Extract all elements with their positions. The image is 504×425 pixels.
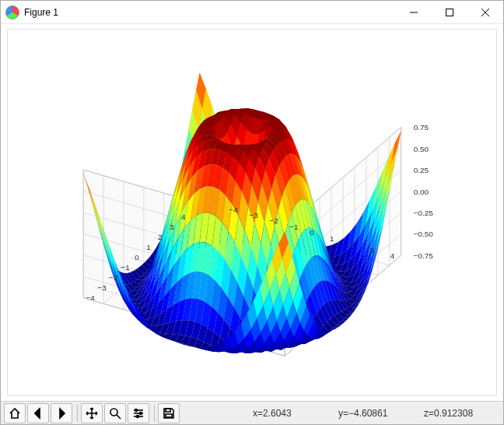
svg-text:4: 4	[181, 212, 186, 221]
svg-text:−2: −2	[109, 273, 118, 282]
svg-point-1106	[110, 409, 117, 416]
readout-x: x=2.6043	[253, 408, 323, 419]
svg-point-1113	[137, 415, 139, 417]
svg-text:3: 3	[370, 246, 375, 255]
titlebar[interactable]: Figure 1	[1, 1, 503, 24]
toolbar-separator	[154, 405, 155, 422]
svg-point-1111	[135, 409, 138, 411]
svg-point-1112	[140, 412, 142, 414]
plot-canvas[interactable]: −4−3−2−101234−4−3−2−101234−0.75−0.50−0.2…	[7, 29, 497, 396]
svg-line-1107	[117, 415, 121, 419]
svg-text:0.50: 0.50	[414, 145, 429, 153]
svg-text:3: 3	[170, 223, 174, 231]
zoom-button[interactable]	[104, 403, 126, 423]
svg-text:−2: −2	[269, 217, 278, 226]
svg-text:−3: −3	[249, 211, 258, 220]
window-title: Figure 1	[24, 7, 396, 18]
minimize-button[interactable]	[396, 1, 432, 24]
svg-text:−0.50: −0.50	[414, 230, 434, 238]
svg-text:2: 2	[158, 233, 163, 241]
home-button[interactable]	[4, 403, 26, 423]
svg-text:0: 0	[135, 253, 139, 262]
svg-text:−4: −4	[86, 293, 95, 302]
readout-z: z=0.912308	[424, 408, 494, 419]
pan-button[interactable]	[81, 403, 103, 423]
save-button[interactable]	[158, 403, 180, 423]
matplotlib-icon	[5, 5, 19, 19]
cursor-readout: x=2.6043 y=−4.60861 z=0.912308	[253, 408, 500, 419]
close-button[interactable]	[467, 1, 503, 24]
svg-text:0.00: 0.00	[414, 188, 429, 196]
svg-text:0: 0	[310, 228, 314, 237]
forward-button[interactable]	[51, 403, 72, 423]
toolbar-separator	[77, 405, 78, 422]
svg-rect-1115	[166, 414, 172, 417]
maximize-button[interactable]	[432, 1, 467, 24]
svg-text:−4: −4	[229, 205, 239, 214]
figure-window: Figure 1 −4−3−2−101234−4−3−2−101234−0.75…	[0, 0, 504, 425]
svg-text:0.25: 0.25	[414, 166, 429, 174]
configure-subplots-button[interactable]	[128, 403, 149, 423]
svg-text:2: 2	[350, 240, 355, 248]
svg-rect-1114	[166, 409, 170, 412]
readout-y: y=−4.60861	[338, 408, 408, 419]
svg-text:4: 4	[390, 251, 395, 260]
svg-text:−1: −1	[289, 223, 299, 231]
svg-text:−1: −1	[121, 263, 130, 272]
svg-text:−0.25: −0.25	[414, 209, 434, 217]
back-button[interactable]	[27, 403, 49, 423]
svg-text:1: 1	[330, 234, 334, 243]
svg-text:1: 1	[146, 243, 151, 251]
svg-rect-1	[446, 9, 453, 16]
nav-toolbar: x=2.6043 y=−4.60861 z=0.912308	[1, 401, 503, 424]
svg-text:−0.75: −0.75	[414, 251, 434, 260]
svg-text:−3: −3	[97, 283, 107, 292]
svg-text:0.75: 0.75	[414, 123, 429, 132]
